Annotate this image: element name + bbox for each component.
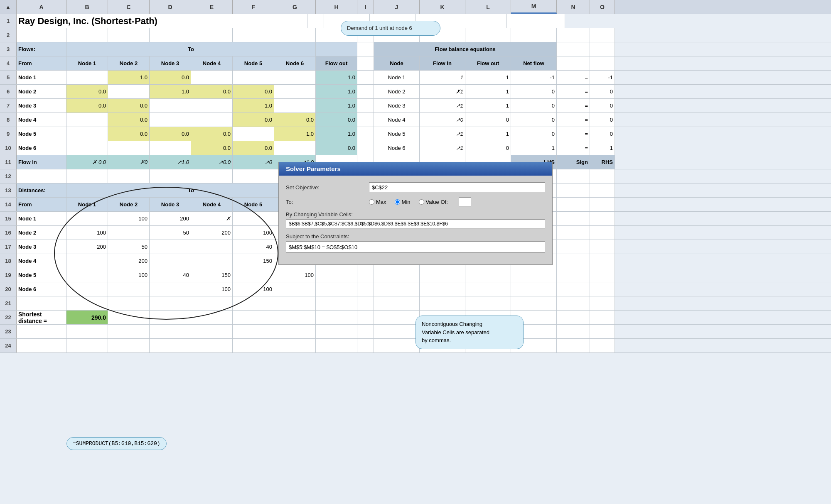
- dist-row19-b: [66, 268, 108, 282]
- flow-row7-g: [274, 99, 316, 113]
- dist-row15-f: [233, 212, 274, 225]
- rownum-19: 19: [0, 268, 17, 282]
- dist-col-node1: Node 1: [66, 198, 108, 211]
- fbe-row8-sign: =: [557, 113, 590, 127]
- fbe-col-netflow: Net flow: [511, 56, 557, 70]
- col-node3: Node 3: [150, 56, 191, 70]
- dist-row20-c: [108, 282, 150, 296]
- solver-objective-row: Set Objective:: [286, 182, 545, 192]
- min-radio-input[interactable]: [395, 199, 400, 205]
- solver-subject-row: Subject to the Constraints: $M$5:$M$10 =…: [286, 233, 545, 253]
- flow-row5-g: [274, 71, 316, 84]
- rownum-15: 15: [0, 212, 17, 225]
- dist-row16-label: Node 2: [17, 226, 66, 240]
- col-d-header: D: [150, 0, 191, 14]
- col-e-header: E: [191, 0, 233, 14]
- fbe-row8-flowin: ↗0: [420, 113, 465, 127]
- max-label: Max: [376, 199, 386, 205]
- dist-row16-f: 100: [233, 226, 274, 240]
- cell-2c: [108, 28, 150, 42]
- fbe-row5-flowin: 1: [420, 71, 465, 84]
- valueof-radio-input[interactable]: [419, 199, 424, 205]
- col-n-header: N: [557, 0, 590, 14]
- rownum-11: 11: [0, 155, 17, 169]
- dist-row17-f: 40: [233, 240, 274, 254]
- flow-row7-d: [150, 99, 191, 113]
- flow-row6-g: [274, 85, 316, 98]
- flow-row6-label: Node 2: [17, 85, 66, 98]
- cell-3n: [557, 42, 590, 56]
- cell-1o: [540, 14, 565, 28]
- fbe-row9-flowout: 1: [465, 127, 511, 141]
- flow-row6-d: 1.0: [150, 85, 191, 98]
- solver-min-radio[interactable]: Min: [395, 199, 411, 205]
- rownum-18: 18: [0, 254, 17, 268]
- flow-row9-label: Node 5: [17, 127, 66, 141]
- rownum-14: 14: [0, 198, 17, 211]
- solver-to-row: To: Max Min Value Of:: [286, 197, 545, 206]
- fbe-row5-rhs: -1: [590, 71, 615, 84]
- value-of-box[interactable]: [459, 197, 471, 206]
- dist-col-node3: Node 3: [150, 198, 191, 211]
- flow-row9-b: [66, 127, 108, 141]
- solver-bychanging-input[interactable]: [286, 219, 545, 228]
- cell-6i: [357, 85, 374, 98]
- flow-row5-d: 0.0: [150, 71, 191, 84]
- fbe-row5-sign: =: [557, 71, 590, 84]
- col-o-header: O: [590, 0, 615, 14]
- max-radio-input[interactable]: [369, 199, 374, 205]
- solver-objective-input[interactable]: [369, 182, 545, 192]
- col-h-header: H: [316, 0, 357, 14]
- flow-in-e: ↗0.0: [191, 155, 233, 169]
- flow-row8-label: Node 4: [17, 113, 66, 127]
- solver-objective-label: Set Objective:: [286, 184, 369, 191]
- flow-row8-b: [66, 113, 108, 127]
- col-c-header: C: [108, 0, 150, 14]
- rownum-12: 12: [0, 169, 17, 183]
- fbe-row7-rhs: 0: [590, 99, 615, 113]
- cell-1m: [461, 14, 507, 28]
- fbe-row6-rhs: 0: [590, 85, 615, 98]
- cell-2n: [557, 28, 590, 42]
- dist-row18-d: [150, 254, 191, 268]
- rownum-21: 21: [0, 296, 17, 310]
- solver-radios: Max Min Value Of:: [369, 197, 471, 206]
- dist-row15-e: ✗: [191, 212, 233, 225]
- row-21: 21: [0, 296, 831, 311]
- dist-row17-b: 200: [66, 240, 108, 254]
- solver-max-radio[interactable]: Max: [369, 199, 386, 205]
- dist-row19-label: Node 5: [17, 268, 66, 282]
- dist-col-node5: Node 5: [233, 198, 274, 211]
- flow-row7-h: 1.0: [316, 99, 357, 113]
- col-m-header: M: [511, 0, 557, 14]
- flow-in-c: ✗0: [108, 155, 150, 169]
- solver-constraints-box[interactable]: $M$5:$M$10 = $O$5:$O$10: [286, 241, 545, 253]
- flow-row6-b: 0.0: [66, 85, 108, 98]
- dist-row19-e: 150: [191, 268, 233, 282]
- rownum-16: 16: [0, 226, 17, 240]
- fbe-row6-node: Node 2: [374, 85, 420, 98]
- flow-row10-h: 0.0: [316, 141, 357, 155]
- dist-row15-c: 100: [108, 212, 150, 225]
- from-label: From: [17, 56, 66, 70]
- fbe-col-flowin: Flow in: [420, 56, 465, 70]
- dist-row17-label: Node 3: [17, 240, 66, 254]
- flow-in-b: ✗ 0.0: [66, 155, 108, 169]
- dist-row16-b: 100: [66, 226, 108, 240]
- col-a-header: A: [17, 0, 66, 14]
- flow-row5-b: [66, 71, 108, 84]
- flow-row9-h: 1.0: [316, 127, 357, 141]
- fbe-row7-netflow: 0: [511, 99, 557, 113]
- fbe-col-flowout: Flow out: [465, 56, 511, 70]
- cell-2e: [191, 28, 233, 42]
- col-g-header: G: [274, 0, 316, 14]
- flow-row10-c: [108, 141, 150, 155]
- solver-valueof-radio[interactable]: Value Of:: [419, 199, 448, 205]
- cell-2l: [465, 28, 511, 42]
- demand-callout: Demand of 1 unit at node 6: [341, 21, 440, 36]
- fbe-col-node: Node: [374, 56, 420, 70]
- row-9: 9 Node 5 0.0 0.0 0.0 1.0 1.0 Node 5 ↗1 1…: [0, 127, 831, 141]
- col-j-header: J: [374, 0, 420, 14]
- cell-3o: [590, 42, 615, 56]
- fbe-row6-sign: =: [557, 85, 590, 98]
